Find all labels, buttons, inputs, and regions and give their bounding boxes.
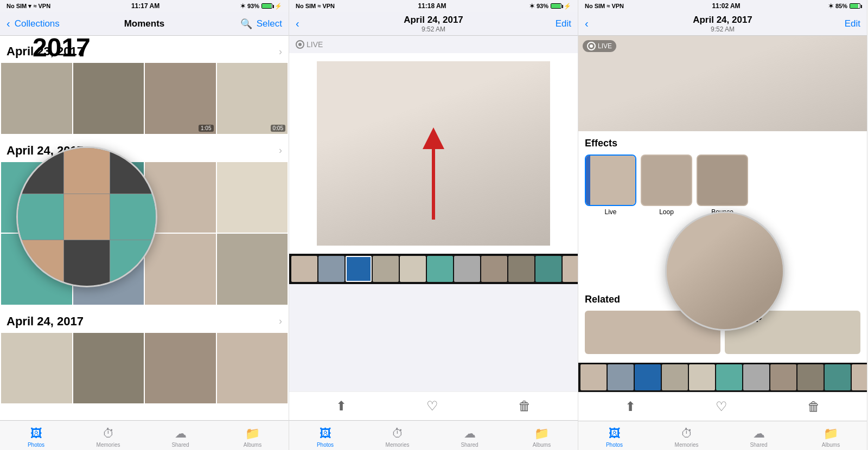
chevron-right-icon[interactable]: › bbox=[279, 145, 282, 156]
nav-right-1: 🔍 Select bbox=[228, 18, 282, 30]
photo-cell[interactable] bbox=[145, 234, 216, 305]
effect-image-live bbox=[586, 156, 635, 205]
share-button-3[interactable]: ⬆ bbox=[625, 399, 636, 414]
main-photo-area[interactable] bbox=[289, 53, 578, 254]
back-arrow-icon-2[interactable]: ‹ bbox=[296, 17, 299, 30]
tab-albums-3[interactable]: 📁 Albums bbox=[795, 421, 867, 450]
magnifier-content bbox=[18, 148, 156, 286]
effect-live[interactable]: Live bbox=[585, 155, 636, 216]
delete-button-3[interactable]: 🗑 bbox=[807, 399, 820, 414]
memories-tab-label: Memories bbox=[97, 442, 120, 448]
effect-thumb-live bbox=[585, 155, 636, 206]
tab-memories[interactable]: ⏱ Memories bbox=[72, 421, 144, 450]
action-bar-3: ⬆ ♡ 🗑 bbox=[578, 392, 867, 421]
live-label: LIVE bbox=[307, 40, 323, 49]
film-thumb-p3[interactable] bbox=[689, 364, 715, 390]
nav-title-group-2: April 24, 2017 9:52 AM bbox=[404, 15, 463, 33]
p3-photo-image bbox=[578, 36, 867, 131]
tab-shared[interactable]: ☁ Shared bbox=[144, 421, 216, 450]
film-thumb-p3[interactable] bbox=[825, 364, 851, 390]
bluetooth-icon-2: ✶ bbox=[529, 3, 534, 10]
search-icon[interactable]: 🔍 bbox=[240, 18, 252, 30]
back-arrow-icon-3[interactable]: ‹ bbox=[585, 17, 589, 30]
video-duration-badge: 1:05 bbox=[199, 125, 213, 132]
photo-cell[interactable] bbox=[73, 63, 144, 134]
edit-button-2[interactable]: Edit bbox=[556, 18, 571, 29]
photo-cell[interactable] bbox=[217, 234, 288, 305]
film-thumb[interactable] bbox=[427, 256, 453, 282]
tab-shared-3[interactable]: ☁ Shared bbox=[723, 421, 795, 450]
back-arrow-icon[interactable]: ‹ bbox=[7, 17, 10, 30]
film-thumb[interactable] bbox=[373, 256, 399, 282]
memories-tab-icon-3: ⏱ bbox=[681, 427, 693, 441]
albums-tab-label-2: Albums bbox=[533, 442, 551, 448]
chevron-right-icon[interactable]: › bbox=[279, 46, 282, 57]
select-button[interactable]: Select bbox=[257, 18, 282, 29]
like-button[interactable]: ♡ bbox=[426, 398, 438, 414]
effect-loop[interactable]: Loop bbox=[641, 155, 692, 216]
photo-cell[interactable]: 1:05 bbox=[145, 63, 216, 134]
film-thumb-p3[interactable] bbox=[716, 364, 742, 390]
status-time-3: 11:02 AM bbox=[712, 2, 740, 10]
tab-photos-3[interactable]: 🖼 Photos bbox=[578, 421, 650, 450]
nav-right-2: Edit bbox=[517, 18, 571, 29]
edit-button-3[interactable]: Edit bbox=[845, 18, 860, 29]
film-thumb-selected[interactable] bbox=[346, 256, 372, 282]
tab-photos[interactable]: 🖼 Photos bbox=[0, 421, 72, 450]
chevron-right-icon[interactable]: › bbox=[279, 316, 282, 327]
share-button[interactable]: ⬆ bbox=[336, 398, 347, 414]
photos-tab-icon-3: 🖼 bbox=[609, 427, 621, 441]
film-thumb-p3[interactable] bbox=[852, 364, 867, 390]
film-thumb[interactable] bbox=[291, 256, 317, 282]
film-thumb[interactable] bbox=[508, 256, 534, 282]
photo-cell[interactable] bbox=[1, 63, 72, 134]
photo-cell[interactable]: 0:05 bbox=[217, 63, 288, 134]
tab-memories-3[interactable]: ⏱ Memories bbox=[650, 421, 723, 450]
photo-grid-apr23: 1:05 0:05 bbox=[0, 63, 289, 135]
film-thumb-p3-selected[interactable] bbox=[635, 364, 661, 390]
effect-bounce[interactable]: Bounce bbox=[697, 155, 748, 216]
year-label-magnifier: 2017 bbox=[33, 33, 91, 62]
photo-thumbnail bbox=[217, 63, 288, 134]
photo-cell[interactable] bbox=[145, 333, 216, 404]
film-thumb[interactable] bbox=[400, 256, 426, 282]
film-thumb-p3[interactable] bbox=[797, 364, 824, 390]
main-photo bbox=[317, 61, 550, 246]
shared-tab-icon-3: ☁ bbox=[753, 427, 765, 441]
no-sim-label-2: No SIM ≈ VPN bbox=[296, 3, 335, 9]
photo-cell[interactable] bbox=[73, 333, 144, 404]
photo-cell[interactable] bbox=[217, 162, 288, 233]
photo-cell[interactable] bbox=[217, 333, 288, 404]
film-thumb-p3[interactable] bbox=[580, 364, 607, 390]
film-thumb-p3[interactable] bbox=[743, 364, 769, 390]
live-label-3: LIVE bbox=[598, 42, 612, 50]
film-thumb[interactable] bbox=[481, 256, 507, 282]
film-thumb-p3[interactable] bbox=[662, 364, 688, 390]
panel-moments: No SIM ▾ ≈ VPN 11:17 AM ✶ 93% ⚡ ‹ Collec… bbox=[0, 0, 289, 450]
back-collections-button[interactable]: Collections bbox=[15, 18, 60, 29]
film-thumb[interactable] bbox=[563, 256, 578, 282]
like-button-3[interactable]: ♡ bbox=[716, 399, 727, 414]
tab-memories-2[interactable]: ⏱ Memories bbox=[361, 421, 433, 450]
effects-row: Live Loop Bounce bbox=[585, 155, 860, 216]
photo-cell[interactable] bbox=[1, 333, 72, 404]
status-bar-1: No SIM ▾ ≈ VPN 11:17 AM ✶ 93% ⚡ bbox=[0, 0, 289, 12]
tab-photos-2[interactable]: 🖼 Photos bbox=[289, 421, 361, 450]
status-right-2: ✶ 93% ⚡ bbox=[529, 3, 571, 10]
live-dot-icon bbox=[298, 43, 302, 46]
film-thumb[interactable] bbox=[318, 256, 344, 282]
tab-shared-2[interactable]: ☁ Shared bbox=[433, 421, 506, 450]
magnifier-p3-image bbox=[667, 213, 783, 329]
film-thumb-p3[interactable] bbox=[608, 364, 634, 390]
film-thumb-p3[interactable] bbox=[770, 364, 796, 390]
albums-tab-label: Albums bbox=[244, 442, 261, 448]
delete-button[interactable]: 🗑 bbox=[518, 398, 531, 414]
film-thumb[interactable] bbox=[454, 256, 480, 282]
film-thumb[interactable] bbox=[535, 256, 561, 282]
tab-albums-2[interactable]: 📁 Albums bbox=[506, 421, 578, 450]
tab-albums[interactable]: 📁 Albums bbox=[216, 421, 289, 450]
effect-thumb-bounce bbox=[697, 155, 748, 206]
tab-bar-1: 🖼 Photos ⏱ Memories ☁ Shared 📁 Albums bbox=[0, 420, 289, 450]
charging-icon: ⚡ bbox=[275, 3, 282, 10]
panel-effects: No SIM ≈ VPN 11:02 AM ✶ 85% ‹ April 24, … bbox=[578, 0, 867, 450]
